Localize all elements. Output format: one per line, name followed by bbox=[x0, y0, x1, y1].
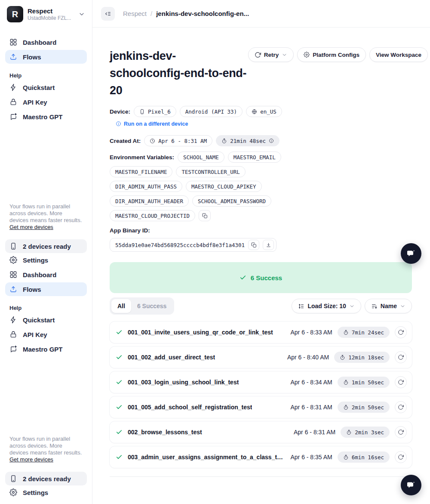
collapse-sidebar-button[interactable] bbox=[101, 7, 115, 21]
copy-icon bbox=[251, 242, 257, 248]
retry-button[interactable]: Retry bbox=[248, 47, 294, 62]
sidebar-item-label: Settings bbox=[23, 489, 48, 496]
chevron-down-icon bbox=[400, 303, 405, 309]
sidebar-item-flows[interactable]: Flows bbox=[5, 50, 87, 64]
chevron-down-icon bbox=[349, 303, 355, 309]
dashboard-icon bbox=[9, 271, 17, 278]
retry-icon bbox=[398, 329, 404, 335]
sidebar: R Respect UstadMobile FZL... Dashboard F… bbox=[0, 0, 92, 504]
view-workspace-button[interactable]: View Workspace bbox=[369, 47, 428, 62]
chevron-down-icon bbox=[78, 11, 85, 18]
app-binary-box: 55dda91e0ae74bd568925ccccb4bdf8e3f1a4301 bbox=[110, 238, 276, 252]
tab-all[interactable]: All bbox=[111, 299, 131, 313]
test-duration-value: 1min 50sec bbox=[352, 379, 384, 386]
test-name: 001_001_invite_users_using_qr_code_or_li… bbox=[128, 329, 273, 336]
check-icon bbox=[116, 379, 123, 386]
sidebar-item-dashboard[interactable]: Dashboard bbox=[5, 35, 87, 49]
settings-gear-icon bbox=[304, 52, 310, 58]
retry-test-button[interactable] bbox=[395, 426, 407, 438]
devices-ready-label: 2 devices ready bbox=[23, 475, 71, 482]
env-var-chip: DIR_ADMIN_AUTH_HEADER bbox=[110, 195, 189, 207]
dashboard-icon bbox=[9, 38, 17, 46]
sort-icon bbox=[371, 303, 378, 309]
sidebar-item-dashboard[interactable]: Dashboard bbox=[5, 268, 87, 281]
env-var-chip: DIR_ADMIN_AUTH_PASS bbox=[110, 181, 182, 192]
sidebar-item-maestro-gpt[interactable]: Maestro GPT bbox=[5, 342, 87, 356]
clock-icon bbox=[150, 138, 155, 144]
retry-test-button[interactable] bbox=[395, 451, 407, 463]
test-name: 001_002_add_user_direct_test bbox=[128, 354, 215, 361]
copy-binary-id-button[interactable] bbox=[248, 240, 259, 250]
env-var-chip: SCHOOL_ADMIN_PASSWORD bbox=[192, 195, 271, 207]
copy-env-vars-button[interactable] bbox=[199, 210, 211, 221]
retry-test-button[interactable] bbox=[395, 351, 407, 363]
settings-gear-icon bbox=[9, 489, 17, 496]
results-toolbar: All 6 Success Load Size: 10 Name bbox=[110, 297, 412, 315]
test-result-row[interactable]: 001_001_invite_users_using_qr_code_or_li… bbox=[110, 322, 412, 343]
bottom-divider bbox=[110, 476, 412, 477]
retry-icon bbox=[255, 52, 261, 58]
sidebar-item-api-key[interactable]: API Key bbox=[5, 95, 87, 109]
sidebar-item-settings[interactable]: Settings bbox=[5, 253, 87, 267]
sidebar-item-maestro-gpt[interactable]: Maestro GPT bbox=[5, 110, 87, 124]
help-section-label: Help bbox=[9, 305, 83, 311]
env-label: Environment Variables: bbox=[110, 154, 174, 161]
test-result-row[interactable]: 002_browse_lessons_test Apr 6 - 8:31 AM … bbox=[110, 421, 412, 443]
sidebar-item-label: Settings bbox=[23, 257, 48, 264]
devices-ready-item[interactable]: 2 devices ready bbox=[5, 239, 87, 253]
sort-dropdown[interactable]: Name bbox=[365, 299, 412, 313]
download-binary-button[interactable] bbox=[263, 240, 274, 250]
workspace-switcher[interactable]: R Respect UstadMobile FZL... bbox=[5, 6, 87, 22]
assistant-fab-top[interactable] bbox=[401, 243, 421, 264]
test-duration-badge: 1min 50sec bbox=[338, 377, 390, 388]
get-more-devices-link[interactable]: Get more devices bbox=[9, 224, 53, 230]
retry-test-button[interactable] bbox=[395, 401, 407, 413]
sidebar-item-settings[interactable]: Settings bbox=[5, 485, 87, 499]
sidebar-nav-help-2: Quickstart API Key Maestro GPT bbox=[5, 313, 87, 356]
help-section-label: Help bbox=[9, 72, 83, 79]
check-icon bbox=[240, 274, 246, 281]
sidebar-item-flows[interactable]: Flows bbox=[5, 282, 87, 296]
test-start-time: Apr 6 - 8:40 AM bbox=[287, 354, 329, 361]
test-duration-value: 12min 18sec bbox=[348, 354, 384, 361]
device-name: Pixel_6 bbox=[148, 108, 171, 115]
sidebar-item-label: Maestro GPT bbox=[23, 113, 63, 121]
load-size-icon bbox=[298, 303, 304, 309]
sidebar-item-label: API Key bbox=[23, 331, 47, 338]
assistant-fab-bottom[interactable] bbox=[401, 475, 421, 495]
test-result-row[interactable]: 001_003_login_using_school_link_test Apr… bbox=[110, 371, 412, 393]
sidebar-item-api-key[interactable]: API Key bbox=[5, 328, 87, 341]
test-results-list: 001_001_invite_users_using_qr_code_or_li… bbox=[110, 322, 412, 468]
test-result-row[interactable]: 003_admin_user_assigns_assignment_to_a_c… bbox=[110, 446, 412, 468]
device-os: Android (API 33) bbox=[185, 108, 237, 115]
run-different-device-link[interactable]: Run on a different device bbox=[116, 121, 188, 127]
created-at-row: Created At: Apr 6 - 8:31 AM 21min 48sec bbox=[110, 135, 412, 146]
info-icon[interactable] bbox=[269, 138, 274, 143]
test-duration-badge: 12min 18sec bbox=[334, 352, 390, 363]
devices-ready-label: 2 devices ready bbox=[23, 243, 71, 250]
test-result-row[interactable]: 001_002_add_user_direct_test Apr 6 - 8:4… bbox=[110, 346, 412, 368]
retry-icon bbox=[398, 404, 404, 410]
load-size-dropdown[interactable]: Load Size: 10 bbox=[292, 299, 361, 313]
test-start-time: Apr 6 - 8:34 AM bbox=[290, 379, 332, 386]
test-result-row[interactable]: 001_005_add_school_self_registration_tes… bbox=[110, 396, 412, 418]
environment-variables: Environment Variables: SCHOOL_NAME MAEST… bbox=[110, 152, 282, 221]
test-start-time: Apr 6 - 8:35 AM bbox=[290, 454, 332, 461]
tab-success[interactable]: 6 Success bbox=[131, 299, 173, 313]
sidebar-nav-primary-2: Dashboard Flows bbox=[5, 268, 87, 296]
sidebar-item-quickstart[interactable]: Quickstart bbox=[5, 313, 87, 327]
flow-detail-content: jenkins-dev-schoolconfig-end-to-end-20 R… bbox=[92, 28, 430, 477]
view-workspace-label: View Workspace bbox=[376, 52, 421, 58]
breadcrumb-separator: / bbox=[150, 10, 152, 17]
get-more-devices-link[interactable]: Get more devices bbox=[9, 456, 53, 463]
breadcrumb-project[interactable]: Respect bbox=[123, 10, 147, 17]
retry-test-button[interactable] bbox=[395, 376, 407, 388]
promo-copy: Your flows run in parallel across device… bbox=[9, 203, 82, 223]
created-at-label: Created At: bbox=[110, 138, 141, 144]
retry-test-button[interactable] bbox=[395, 326, 407, 338]
sidebar-item-label: Quickstart bbox=[23, 84, 55, 91]
platform-configs-button[interactable]: Platform Configs bbox=[297, 47, 366, 62]
sidebar-item-quickstart[interactable]: Quickstart bbox=[5, 80, 87, 94]
app-binary-label: App Binary ID: bbox=[110, 227, 412, 234]
devices-ready-item[interactable]: 2 devices ready bbox=[5, 472, 87, 485]
